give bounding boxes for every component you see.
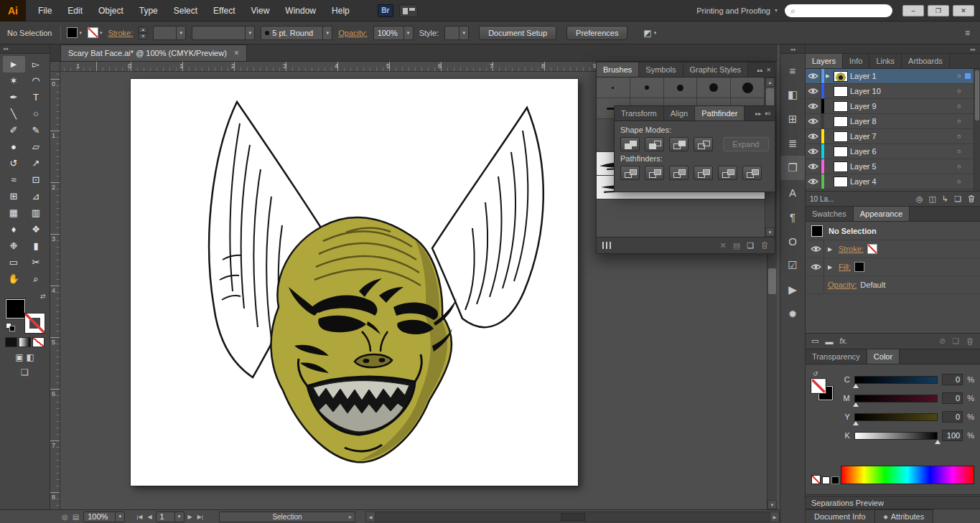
expand-dock-icon[interactable]: ◂◂ [780,44,805,54]
target-circle-icon[interactable]: ○ [953,148,965,155]
layer-row[interactable]: Layer 7 ○ [806,129,974,144]
stroke-link[interactable]: Stroke: [108,29,133,37]
layer-row[interactable]: Layer 9 ○ [806,99,974,114]
color-button[interactable] [5,337,17,347]
menu-item[interactable]: Select [166,0,205,22]
artboard-number-combo[interactable]: 1▾ [156,512,185,522]
document-tab[interactable]: Scary Bat Face.ai* @ 100% (CMYK/Preview)… [60,44,247,61]
scroll-down-icon[interactable]: ▼ [765,227,775,237]
panel-menu-icon[interactable]: ▾≡ [765,110,775,121]
layer-thumbnail[interactable] [834,71,848,82]
scroll-up-icon[interactable]: ▲ [765,77,775,87]
layer-row[interactable]: Layer 6 ○ [806,144,974,159]
layer-name[interactable]: Layer 1 [850,72,953,80]
opacity-link[interactable]: Opacity: [338,29,367,37]
layer-name[interactable]: Layer 8 [850,117,953,126]
unite-button[interactable] [620,137,640,151]
layer-thumbnail[interactable] [834,116,848,127]
make-clipping-mask-icon[interactable]: ◫ [929,194,936,204]
crop-button[interactable] [694,166,713,180]
rotate-tool[interactable]: ↺ [3,155,25,171]
visibility-toggle[interactable] [806,174,821,189]
symbol-sprayer-tool[interactable]: ❉ [3,237,25,254]
panel-scrollbar[interactable] [974,69,980,191]
hand-tool[interactable]: ✋ [3,270,25,287]
fill-link[interactable]: Fill: [839,263,851,271]
character-icon[interactable]: A [780,180,805,204]
brush-item[interactable] [597,77,630,98]
layer-thumbnail[interactable] [834,161,848,172]
merge-button[interactable] [669,166,689,180]
visibility-toggle[interactable] [808,258,824,275]
artboard[interactable] [131,79,578,486]
brush-item[interactable] [664,77,698,98]
visibility-toggle[interactable] [806,159,821,174]
trim-button[interactable] [645,166,664,180]
pencil-tool[interactable]: ✎ [25,122,47,138]
direct-selection-tool[interactable]: ▻ [25,56,47,72]
actions-icon[interactable]: ▶ [780,278,805,302]
layer-name[interactable]: Layer 10 [850,87,953,95]
panel-tab[interactable]: Info [843,54,869,68]
expand-layer-icon[interactable]: ▶ [824,73,831,79]
menu-item[interactable]: Object [90,0,131,22]
type-tool[interactable]: T [25,89,47,105]
panel-tab[interactable]: Appearance [854,207,910,221]
step-down-icon[interactable]: ▼ [139,33,147,39]
control-panel-menu-icon[interactable]: ≡ [965,28,973,38]
menu-item[interactable]: Effect [205,0,243,22]
select-similar-icon[interactable]: ◩▾ [643,28,656,38]
layer-thumbnail[interactable] [834,146,848,157]
document-setup-button[interactable]: Document Setup [479,26,556,40]
menu-item[interactable]: Help [324,0,358,22]
close-tab-icon[interactable]: ✕ [234,50,240,57]
locate-object-icon[interactable]: ◎ [916,194,923,204]
channel-value[interactable]: 0 [942,392,963,404]
opacity-combo[interactable]: 100%▾ [373,26,414,40]
options-of-selected-object-icon[interactable]: ▤ [733,241,740,250]
status-misc-icon-2[interactable]: ▤ [73,513,79,521]
layer-name[interactable]: Layer 7 [850,132,953,141]
slider-handle[interactable] [853,384,859,388]
opentype-icon[interactable]: O [780,229,805,253]
layer-thumbnail[interactable] [834,101,848,112]
brush-item[interactable] [731,77,765,98]
preferences-button[interactable]: Preferences [566,26,627,40]
layer-name[interactable]: Layer 6 [850,147,953,156]
document-info-panel[interactable]: Document Info [806,509,875,523]
slider-handle[interactable] [853,402,859,407]
step-up-icon[interactable]: ▲ [139,27,147,33]
default-fill-stroke-icon[interactable] [6,323,16,331]
expand-row-icon[interactable]: ▶ [828,246,835,253]
brush-item[interactable] [630,77,664,98]
layer-row[interactable]: Layer 5 ○ [806,159,974,174]
mesh-tool[interactable]: ▦ [3,204,25,221]
stroke-color-proxy[interactable] [25,314,45,333]
channel-value[interactable]: 0 [942,411,963,423]
target-circle-icon[interactable]: ○ [953,103,965,110]
layer-thumbnail[interactable] [834,86,848,97]
divide-button[interactable] [620,166,640,180]
visibility-toggle[interactable] [806,69,821,83]
scrollbar-thumb[interactable] [561,513,585,521]
close-button[interactable]: ✕ [953,5,974,17]
width-tool[interactable]: ≈ [3,171,25,188]
layer-row[interactable]: ▶ Layer 1 ○ [806,69,974,84]
visibility-toggle[interactable] [806,114,821,128]
minus-front-button[interactable] [645,137,664,151]
channel-slider[interactable] [854,395,938,402]
appearance-stroke-row[interactable]: ▶ Stroke: [806,240,980,258]
appearance-icon[interactable]: ≣ [780,131,805,156]
gradient-tool[interactable]: ▥ [25,204,47,221]
panel-tab[interactable]: Graphic Styles [683,62,749,77]
layer-thumbnail[interactable] [834,176,848,187]
none-swatch[interactable] [811,475,821,484]
visibility-toggle[interactable] [806,99,821,113]
none-button[interactable] [32,337,45,347]
next-artboard-icon[interactable]: ▶ [187,514,194,520]
gradient-button[interactable] [19,337,31,347]
ellipse-tool[interactable]: ○ [25,105,47,122]
color-spectrum[interactable] [841,466,974,484]
visibility-toggle[interactable] [806,84,821,98]
appearance-opacity-row[interactable]: Opacity: Default [806,276,980,294]
